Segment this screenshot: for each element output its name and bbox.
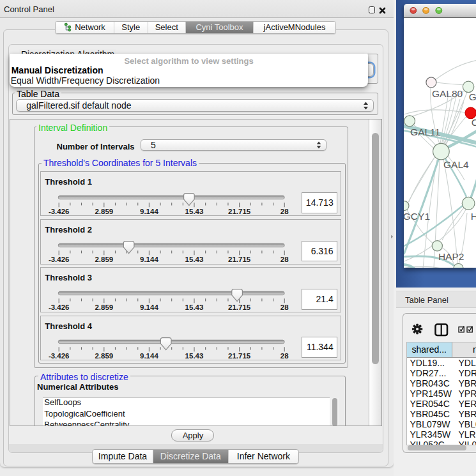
svg-text:15.43: 15.43 bbox=[185, 304, 204, 312]
svg-text:15.43: 15.43 bbox=[185, 208, 204, 215]
svg-text:9.144: 9.144 bbox=[140, 208, 158, 215]
svg-text:21.715: 21.715 bbox=[228, 208, 251, 215]
svg-text:2.859: 2.859 bbox=[95, 256, 114, 263]
svg-text:GA: GA bbox=[469, 91, 476, 102]
svg-text:21.715: 21.715 bbox=[228, 256, 251, 263]
svg-text:28: 28 bbox=[280, 208, 289, 215]
svg-text:28: 28 bbox=[280, 352, 289, 360]
svg-text:2.859: 2.859 bbox=[95, 304, 114, 312]
svg-text:28: 28 bbox=[280, 304, 289, 312]
svg-text:-3.426: -3.426 bbox=[49, 256, 70, 263]
svg-text:GCY1: GCY1 bbox=[404, 211, 430, 222]
svg-text:21.715: 21.715 bbox=[228, 304, 251, 312]
svg-text:-3.426: -3.426 bbox=[49, 352, 70, 360]
svg-text:H: H bbox=[471, 211, 476, 222]
svg-text:15.43: 15.43 bbox=[185, 352, 204, 360]
svg-text:HAP2: HAP2 bbox=[438, 250, 464, 261]
svg-text:21.715: 21.715 bbox=[228, 352, 251, 360]
svg-text:9.144: 9.144 bbox=[140, 352, 158, 360]
svg-text:-3.426: -3.426 bbox=[49, 208, 70, 215]
svg-text:C: C bbox=[472, 117, 476, 128]
svg-text:15.43: 15.43 bbox=[185, 256, 204, 263]
svg-text:28: 28 bbox=[280, 256, 289, 263]
svg-text:2.859: 2.859 bbox=[95, 208, 114, 215]
svg-text:-3.426: -3.426 bbox=[49, 304, 70, 312]
svg-text:GAL80: GAL80 bbox=[432, 88, 463, 98]
svg-text:9.144: 9.144 bbox=[140, 256, 158, 263]
svg-text:GAL4: GAL4 bbox=[443, 158, 469, 169]
svg-text:9.144: 9.144 bbox=[140, 304, 158, 312]
svg-text:GAL11: GAL11 bbox=[410, 127, 440, 137]
svg-text:2.859: 2.859 bbox=[95, 352, 114, 360]
